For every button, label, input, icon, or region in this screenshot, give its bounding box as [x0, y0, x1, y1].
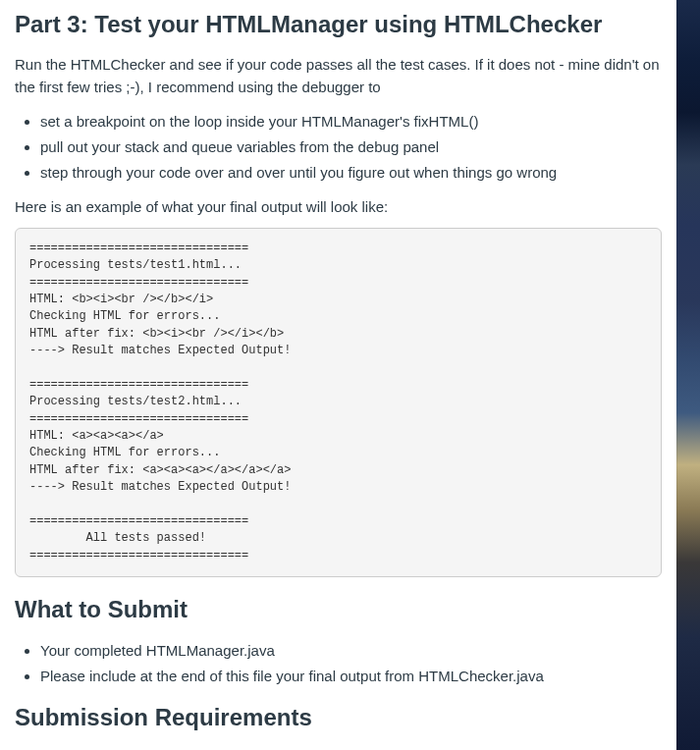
requirements-heading: Submission Requirements	[15, 703, 662, 732]
decorative-side-image	[676, 0, 700, 750]
example-label: Here is an example of what your final ou…	[15, 195, 662, 218]
part3-intro: Run the HTMLChecker and see if your code…	[15, 53, 662, 99]
document-content: Part 3: Test your HTMLManager using HTML…	[0, 10, 676, 750]
list-item: Your completed HTMLManager.java	[40, 638, 662, 664]
list-item: pull out your stack and queue variables …	[40, 134, 662, 160]
code-block: =============================== Processi…	[15, 228, 662, 577]
requirements-intro: You should do the following for _all_ as…	[15, 746, 662, 750]
part3-heading: Part 3: Test your HTMLManager using HTML…	[15, 10, 662, 39]
part3-steps-list: set a breakpoint on the loop inside your…	[15, 109, 662, 186]
list-item: step through your code over and over unt…	[40, 160, 662, 186]
submit-heading: What to Submit	[15, 595, 662, 624]
submit-list: Your completed HTMLManager.java Please i…	[15, 638, 662, 689]
list-item: Please include at the end of this file y…	[40, 664, 662, 689]
list-item: set a breakpoint on the loop inside your…	[40, 109, 662, 134]
